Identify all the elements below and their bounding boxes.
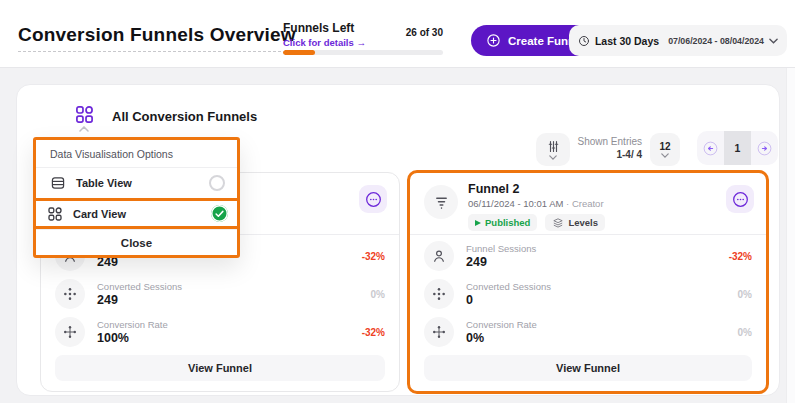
filter-sliders-button[interactable] — [536, 133, 570, 166]
metric-delta: 0% — [371, 289, 385, 300]
chevron-down-icon — [549, 155, 557, 160]
funnel-meta: 06/11/2024 - 10:01 AM · Creator — [468, 198, 604, 209]
funnel-avatar — [424, 185, 458, 219]
ellipsis-circle-icon — [731, 190, 750, 209]
chevron-down-icon — [769, 38, 778, 44]
shown-entries-value: 1-4/ 4 — [570, 149, 642, 160]
funnels-left-progress-fill — [283, 50, 315, 55]
move-cross-icon — [55, 317, 85, 347]
shown-entries-label: Shown Entries — [570, 136, 642, 147]
top-header: Conversion Funnels Overview Funnels Left… — [0, 0, 795, 68]
metric-label: Converted Sessions — [97, 281, 182, 292]
move-cross-icon — [424, 317, 454, 347]
funnels-left-details-link[interactable]: Click for details → — [283, 37, 443, 48]
panel-title: All Conversion Funnels — [112, 109, 257, 124]
card-menu-button[interactable] — [726, 185, 754, 213]
metric-delta: 0% — [738, 327, 752, 338]
date-preset-label: Last 30 Days — [595, 35, 659, 47]
status-badge-label: Published — [485, 217, 530, 228]
layers-icon — [552, 217, 564, 229]
metric-label: Conversion Rate — [466, 319, 537, 330]
funnel-badges: Published Levels — [468, 214, 605, 231]
funnel-card-2-metrics: Funnel Sessions 249 -32% Converted Sessi… — [410, 235, 766, 351]
clock-icon — [578, 35, 590, 47]
funnel-card-2-header: Funnel 2 06/11/2024 - 10:01 AM · Creator… — [410, 173, 766, 235]
plus-circle-icon — [486, 33, 501, 48]
per-page-dropdown[interactable]: 12 — [650, 133, 680, 166]
nodes-icon — [55, 279, 85, 309]
popup-title: Data Visualisation Options — [36, 140, 237, 168]
funnel-title: Funnel 2 — [468, 182, 519, 196]
metric-row-converted-sessions: Converted Sessions 249 0% — [55, 275, 385, 313]
option-card-view[interactable]: Card View — [33, 198, 240, 229]
metric-label: Converted Sessions — [466, 281, 551, 292]
metric-row-funnel-sessions: Funnel Sessions 249 -32% — [424, 237, 752, 275]
status-badge: Published — [468, 214, 537, 231]
view-funnel-button[interactable]: View Funnel — [55, 355, 385, 381]
scrollbar-track[interactable] — [786, 68, 795, 403]
pagination-prev-button[interactable] — [697, 131, 724, 165]
funnels-left-count: 26 of 30 — [406, 27, 443, 38]
metric-row-converted-sessions: Converted Sessions 0 0% — [424, 275, 752, 313]
check-circle-icon[interactable] — [211, 205, 228, 222]
metric-label: Conversion Rate — [97, 319, 168, 330]
metric-value: 100% — [97, 331, 168, 345]
table-view-icon — [50, 175, 66, 191]
chevron-down-icon — [661, 153, 669, 158]
metric-label: Funnel Sessions — [466, 243, 536, 254]
card-menu-button[interactable] — [359, 185, 387, 213]
metric-delta: -32% — [362, 251, 385, 262]
play-icon — [475, 220, 481, 226]
per-page-value: 12 — [659, 141, 670, 152]
levels-badge-label: Levels — [568, 217, 598, 228]
ellipsis-circle-icon — [364, 190, 383, 209]
funnels-left-widget: Funnels Left Click for details → 26 of 3… — [283, 21, 443, 48]
levels-badge[interactable]: Levels — [545, 214, 605, 231]
grid-view-icon[interactable] — [75, 105, 94, 124]
shown-entries: Shown Entries 1-4/ 4 — [570, 136, 642, 160]
metric-delta: -32% — [362, 327, 385, 338]
metric-value: 249 — [97, 293, 182, 307]
metric-value: 249 — [466, 255, 536, 269]
data-visualisation-popup: Data Visualisation Options Table View Ca… — [33, 137, 240, 258]
arrow-left-circle-icon — [702, 140, 719, 157]
sliders-icon — [546, 139, 561, 154]
nodes-icon — [424, 279, 454, 309]
view-funnel-button[interactable]: View Funnel — [424, 355, 752, 381]
popup-close-button[interactable]: Close — [36, 229, 237, 255]
pagination-current-page[interactable]: 1 — [724, 131, 751, 165]
metric-value: 0% — [466, 331, 537, 345]
user-icon — [424, 241, 454, 271]
funnels-left-progress — [283, 50, 443, 55]
option-label: Table View — [76, 177, 132, 189]
date-range-selector[interactable]: Last 30 Days 07/06/2024 - 08/04/2024 — [569, 25, 787, 56]
metric-delta: 0% — [738, 289, 752, 300]
funnel-date: 06/11/2024 - 10:01 AM — [468, 198, 563, 209]
arrow-right-circle-icon — [756, 140, 773, 157]
pagination-next-button[interactable] — [751, 131, 778, 165]
option-label: Card View — [73, 208, 126, 220]
funnel-card-2: Funnel 2 06/11/2024 - 10:01 AM · Creator… — [407, 170, 769, 394]
metric-row-conversion-rate: Conversion Rate 0% 0% — [424, 313, 752, 351]
radio-unselected-icon[interactable] — [209, 175, 225, 191]
card-view-icon — [47, 206, 63, 222]
chevron-up-icon — [79, 126, 89, 132]
funnel-icon — [433, 194, 450, 211]
metric-row-conversion-rate: Conversion Rate 100% -32% — [55, 313, 385, 351]
funnel-creator: · Creator — [566, 198, 603, 209]
metric-delta: -32% — [729, 251, 752, 262]
option-table-view[interactable]: Table View — [36, 168, 237, 198]
conversion-funnels-screen: Conversion Funnels Overview Funnels Left… — [0, 0, 795, 403]
date-range-value: 07/06/2024 - 08/04/2024 — [668, 36, 764, 46]
page-title: Conversion Funnels Overview — [18, 24, 296, 52]
metric-value: 0 — [466, 293, 551, 307]
pagination: 1 — [697, 131, 778, 165]
